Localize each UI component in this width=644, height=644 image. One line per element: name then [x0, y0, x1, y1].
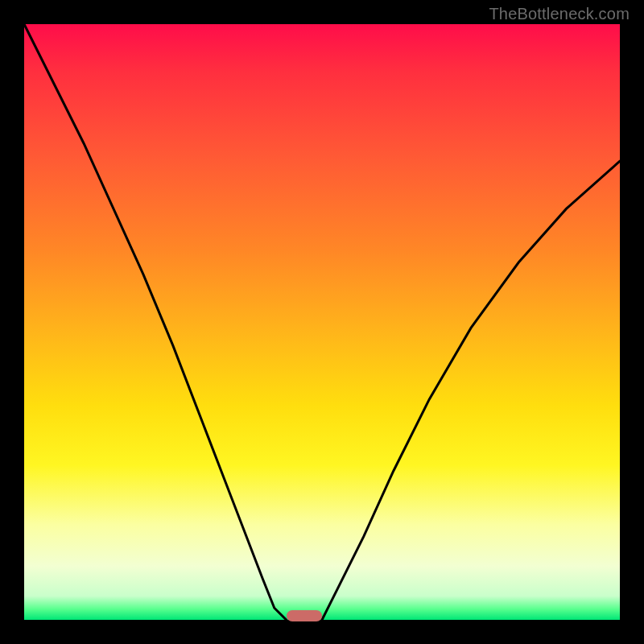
curves-svg [24, 24, 620, 620]
plot-area [24, 24, 620, 620]
bottleneck-marker [287, 610, 322, 621]
left-curve [24, 24, 287, 620]
chart-frame: TheBottleneck.com [0, 0, 644, 644]
watermark-text: TheBottleneck.com [489, 5, 630, 23]
right-curve [322, 161, 620, 620]
